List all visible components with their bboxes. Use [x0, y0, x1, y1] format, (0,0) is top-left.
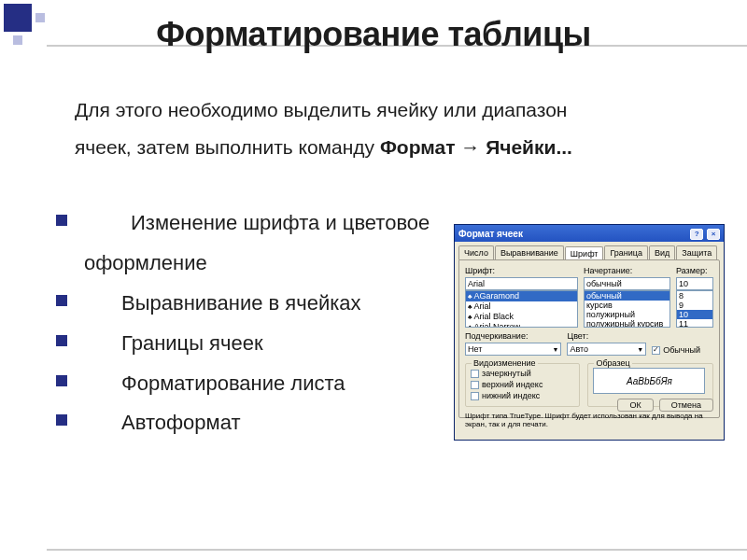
list-item: Автоформат — [56, 403, 430, 443]
sample-preview: АаBbБбЯя — [593, 368, 705, 394]
size-list[interactable]: 8 9 10 11 — [676, 290, 713, 328]
chevron-down-icon: ▼ — [553, 346, 559, 353]
dialog-panel: Шрифт: Arial ♣ AGaramond ♣ Arial ♣ Arial… — [458, 259, 720, 418]
tab-number[interactable]: Число — [458, 245, 494, 259]
effects-group: Видоизменение зачеркнутый верхний индекс… — [465, 363, 580, 407]
intro-paragraph: Для этого необходимо выделить ячейку или… — [75, 91, 691, 166]
color-label: Цвет: — [567, 331, 646, 341]
size-input[interactable]: 10 — [676, 277, 713, 290]
page-title: Форматирование таблицы — [0, 15, 747, 54]
tab-border[interactable]: Граница — [604, 245, 648, 259]
dialog-titlebar[interactable]: Формат ячеек ? × — [455, 225, 724, 242]
format-cells-dialog: Формат ячеек ? × Число Выравнивание Шриф… — [454, 224, 725, 441]
list-item: Изменение шрифта и цветовое оформление — [56, 203, 430, 284]
style-label: Начертание: — [584, 266, 670, 275]
font-input[interactable]: Arial — [465, 277, 578, 290]
chevron-down-icon: ▼ — [637, 346, 643, 353]
underline-select[interactable]: Нет▼ — [465, 343, 561, 356]
subscript-checkbox[interactable]: нижний индекс — [471, 390, 574, 401]
color-select[interactable]: Авто▼ — [567, 343, 646, 356]
tab-alignment[interactable]: Выравнивание — [495, 245, 564, 259]
size-label: Размер: — [676, 266, 713, 275]
font-list[interactable]: ♣ AGaramond ♣ Arial ♣ Arial Black ♣ Aria… — [465, 290, 578, 328]
tab-view[interactable]: Вид — [649, 245, 675, 259]
list-item: Выравнивание в ячейках — [56, 284, 430, 324]
list-item: Форматирование листа — [56, 364, 430, 404]
cancel-button[interactable]: Отмена — [659, 399, 713, 412]
style-input[interactable]: обычный — [584, 277, 670, 290]
dialog-tabs: Число Выравнивание Шрифт Граница Вид Защ… — [458, 245, 720, 259]
help-icon[interactable]: ? — [690, 229, 703, 240]
font-hint: Шрифт типа TrueType. Шрифт будет использ… — [465, 413, 713, 429]
list-item: Границы ячеек — [56, 324, 430, 364]
close-icon[interactable]: × — [707, 229, 720, 240]
tab-protection[interactable]: Защита — [676, 245, 717, 259]
intro-command: Формат → Ячейки... — [380, 136, 572, 158]
tab-font[interactable]: Шрифт — [565, 246, 604, 260]
ok-button[interactable]: ОК — [617, 399, 653, 412]
intro-line2-prefix: ячеек, затем выполнить команду — [75, 136, 380, 158]
dialog-title: Формат ячеек — [458, 229, 523, 239]
style-list[interactable]: обычный курсив полужирный полужирный кур… — [584, 290, 670, 328]
bullet-list: Изменение шрифта и цветовое оформление В… — [56, 203, 430, 443]
normal-checkbox[interactable]: ✓ Обычный — [652, 344, 713, 356]
underline-label: Подчеркивание: — [465, 331, 561, 341]
intro-line1: Для этого необходимо выделить ячейку или… — [75, 99, 567, 120]
divider-bottom — [47, 549, 747, 551]
checkbox-icon: ✓ — [652, 346, 660, 355]
font-label: Шрифт: — [465, 266, 578, 275]
strikethrough-checkbox[interactable]: зачеркнутый — [471, 368, 574, 379]
superscript-checkbox[interactable]: верхний индекс — [471, 379, 574, 390]
